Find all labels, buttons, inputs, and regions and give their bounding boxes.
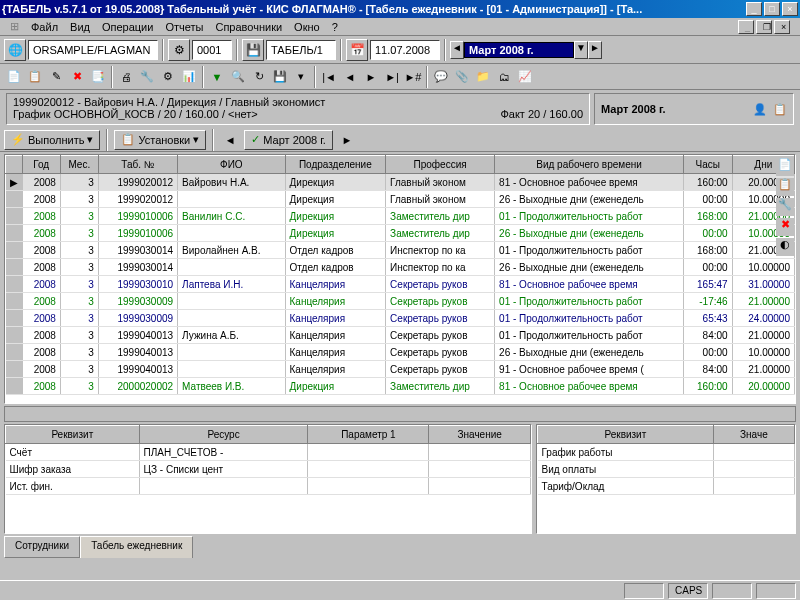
col-header[interactable]: Таб. №	[98, 156, 177, 174]
main-grid[interactable]: ГодМес.Таб. №ФИОПодразделениеПрофессияВи…	[4, 154, 796, 404]
period-prev2[interactable]: ◄	[220, 130, 240, 150]
tabel-field[interactable]: ТАБЕЛЬ/1	[266, 40, 336, 60]
misc4-icon[interactable]: 🗂	[494, 67, 514, 87]
period-prev[interactable]: ◄	[450, 41, 464, 59]
table-row[interactable]: 200831999030009КанцелярияСекретарь руков…	[6, 293, 795, 310]
table-row[interactable]: 200831999040013КанцелярияСекретарь руков…	[6, 361, 795, 378]
menu-view[interactable]: Вид	[64, 21, 96, 33]
table-row[interactable]: 200831999010006Ванилин С.С.ДирекцияЗамес…	[6, 208, 795, 225]
col-header[interactable]: Профессия	[386, 156, 495, 174]
table-row[interactable]: Вид оплаты	[538, 461, 795, 478]
tool4-icon[interactable]: ⚙	[158, 67, 178, 87]
org-field[interactable]: 0001	[192, 40, 232, 60]
copy-icon[interactable]: 📋	[25, 67, 45, 87]
side-copy-icon[interactable]: 📋	[776, 178, 794, 196]
table-row[interactable]: 200831999040013КанцелярияСекретарь руков…	[6, 344, 795, 361]
side-new-icon[interactable]: 📄	[776, 158, 794, 176]
new-icon[interactable]: 📄	[4, 67, 24, 87]
mdi-minimize[interactable]: _	[738, 20, 754, 34]
db-icon[interactable]: 🌐	[4, 39, 26, 61]
date-field[interactable]: 11.07.2008	[370, 40, 440, 60]
nav-goto-icon[interactable]: ►#	[403, 67, 423, 87]
side-panel: 📄 📋 🔧 ✖ ◐	[776, 158, 796, 256]
mdi-close[interactable]: ×	[774, 20, 790, 34]
info-icon1[interactable]: 👤	[753, 103, 767, 116]
period-value[interactable]: Март 2008 г.	[464, 42, 574, 58]
table-row[interactable]: 200832000020002Матвеев И.В.ДирекцияЗамес…	[6, 378, 795, 395]
minimize-button[interactable]: _	[746, 2, 762, 16]
col-header[interactable]: Вид рабочего времени	[495, 156, 684, 174]
edit-icon[interactable]: ✎	[46, 67, 66, 87]
col-header[interactable]: Часы	[683, 156, 732, 174]
nav-last-icon[interactable]: ►|	[382, 67, 402, 87]
search-icon[interactable]: 🔍	[228, 67, 248, 87]
save-icon[interactable]: 💾	[270, 67, 290, 87]
tool1-icon[interactable]: 📑	[88, 67, 108, 87]
table-row[interactable]: Ист. фин.	[6, 478, 531, 495]
side-tool-icon[interactable]: 🔧	[776, 198, 794, 216]
tool3-icon[interactable]: 🔧	[137, 67, 157, 87]
table-row[interactable]: Шифр заказаЦЗ - Списки цент	[6, 461, 531, 478]
side-misc-icon[interactable]: ◐	[776, 238, 794, 256]
info-icon2[interactable]: 📋	[773, 103, 787, 116]
table-row[interactable]: 200831999030009КанцелярияСекретарь руков…	[6, 310, 795, 327]
side-delete-icon[interactable]: ✖	[776, 218, 794, 236]
misc2-icon[interactable]: 📎	[452, 67, 472, 87]
col-header[interactable]: Подразделение	[285, 156, 386, 174]
menu-window[interactable]: Окно	[288, 21, 326, 33]
tabel-icon[interactable]: 💾	[242, 39, 264, 61]
system-menu-icon[interactable]: ⊞	[4, 20, 25, 33]
misc5-icon[interactable]: 📈	[515, 67, 535, 87]
mdi-restore[interactable]: ❐	[756, 20, 772, 34]
table-row[interactable]: 200831999030014Виролайнен А.В.Отдел кадр…	[6, 242, 795, 259]
table-row[interactable]: 200831999010006ДирекцияЗаместитель дир26…	[6, 225, 795, 242]
nav-prev-icon[interactable]: ◄	[340, 67, 360, 87]
bottom-grid-right[interactable]: РеквизитЗначеГрафик работыВид оплатыТари…	[536, 424, 796, 534]
table-row[interactable]: График работы	[538, 444, 795, 461]
tab-daily[interactable]: Табель ежедневник	[80, 536, 193, 558]
menu-file[interactable]: Файл	[25, 21, 64, 33]
col-header[interactable]: Год	[22, 156, 60, 174]
filter-icon[interactable]: ▼	[207, 67, 227, 87]
period-next[interactable]: ►	[588, 41, 602, 59]
table-row[interactable]: 200831999040013Лужина А.Б.КанцелярияСекр…	[6, 327, 795, 344]
tab-employees[interactable]: Сотрудники	[4, 536, 80, 558]
action-bar: ⚡Выполнить▾ 📋Установки▾ ◄ ✓Март 2008 г. …	[0, 128, 800, 152]
tool2-icon[interactable]: 🖨	[116, 67, 136, 87]
table-row[interactable]: 200831999020012ДирекцияГлавный эконом26 …	[6, 191, 795, 208]
table-row[interactable]: Тариф/Оклад	[538, 478, 795, 495]
context-toolbar: 🌐 ORSAMPLE/FLAGMAN ⚙ 0001 💾 ТАБЕЛЬ/1 📅 1…	[0, 36, 800, 64]
delete-icon[interactable]: ✖	[67, 67, 87, 87]
period-dropdown[interactable]: ▼	[574, 41, 588, 59]
grid-scrollbar[interactable]	[4, 406, 796, 422]
table-row[interactable]: СчётПЛАН_СЧЕТОВ -	[6, 444, 531, 461]
period-button[interactable]: ✓Март 2008 г.	[244, 130, 333, 150]
table-row[interactable]: ▶200831999020012Вайрович Н.А.ДирекцияГла…	[6, 174, 795, 191]
close-button[interactable]: ×	[782, 2, 798, 16]
bottom-grid-left[interactable]: РеквизитРесурсПараметр 1ЗначениеСчётПЛАН…	[4, 424, 532, 534]
table-row[interactable]: 200831999030014Отдел кадровИнспектор по …	[6, 259, 795, 276]
db-field[interactable]: ORSAMPLE/FLAGMAN	[28, 40, 158, 60]
period-selector: ◄ Март 2008 г. ▼ ►	[450, 41, 602, 59]
period-next2[interactable]: ►	[337, 130, 357, 150]
setup-button[interactable]: 📋Установки▾	[114, 130, 206, 150]
misc3-icon[interactable]: 📁	[473, 67, 493, 87]
table-row[interactable]: 200831999030010Лаптева И.Н.КанцелярияСек…	[6, 276, 795, 293]
menu-refs[interactable]: Справочники	[209, 21, 288, 33]
org-icon[interactable]: ⚙	[168, 39, 190, 61]
menu-operations[interactable]: Операции	[96, 21, 159, 33]
nav-next-icon[interactable]: ►	[361, 67, 381, 87]
col-header[interactable]: Мес.	[60, 156, 98, 174]
misc1-icon[interactable]: 💬	[431, 67, 451, 87]
tool5-icon[interactable]: 📊	[179, 67, 199, 87]
dropdown-icon[interactable]: ▾	[291, 67, 311, 87]
menu-reports[interactable]: Отчеты	[159, 21, 209, 33]
menu-help[interactable]: ?	[326, 21, 344, 33]
nav-first-icon[interactable]: |◄	[319, 67, 339, 87]
col-header[interactable]: ФИО	[178, 156, 285, 174]
date-icon[interactable]: 📅	[346, 39, 368, 61]
execute-button[interactable]: ⚡Выполнить▾	[4, 130, 100, 150]
refresh-icon[interactable]: ↻	[249, 67, 269, 87]
maximize-button[interactable]: □	[764, 2, 780, 16]
employee-info: 1999020012 - Вайрович Н.А. / Дирекция / …	[6, 93, 590, 125]
